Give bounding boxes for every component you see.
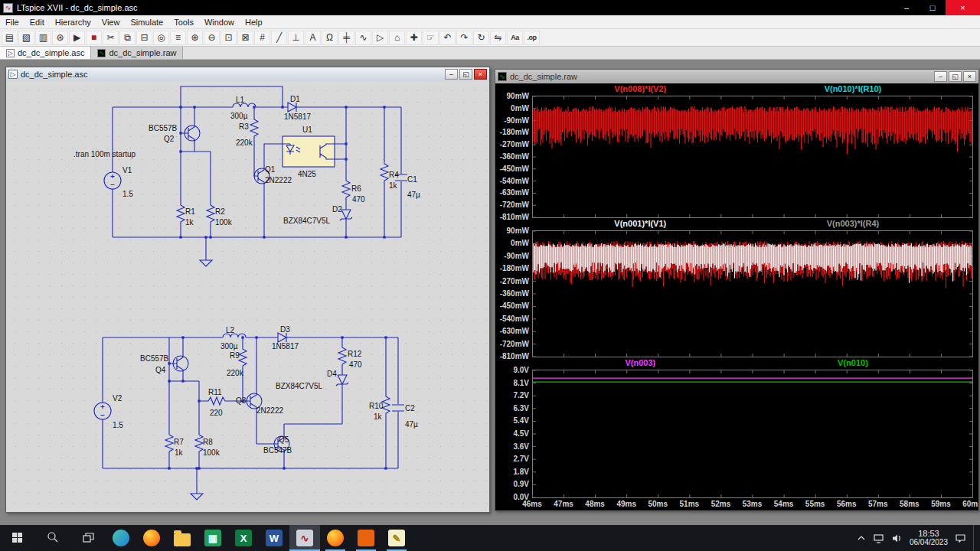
schematic-canvas[interactable]: L1300µD11N5817BC557BQ2R3220kU14N25V11.5Q… (6, 81, 489, 512)
app-minimize-button[interactable]: – (893, 0, 920, 15)
toolbar-grid[interactable]: # (254, 31, 270, 45)
component-label[interactable]: C1 (407, 175, 417, 184)
spice-directive-text[interactable]: .tran 100m startup (74, 150, 136, 158)
component-label[interactable]: 220 (210, 409, 223, 417)
toolbar-capacitor[interactable]: ╪ (338, 31, 354, 45)
start-button[interactable] (0, 525, 35, 551)
toolbar-find[interactable]: ◎ (153, 31, 169, 45)
component-label[interactable]: Q5 (279, 435, 289, 444)
component-label[interactable]: 1.5 (113, 421, 123, 429)
trace-label[interactable]: V(n010)*I(R10) (825, 84, 882, 93)
plot-canvas[interactable] (532, 370, 973, 498)
component-label[interactable]: L1 (236, 96, 244, 104)
component-label[interactable]: Q1 (265, 165, 275, 174)
toolbar-undo[interactable]: ↶ (439, 31, 456, 45)
toolbar-zoom-in[interactable]: ⊕ (187, 31, 203, 45)
waveform-restore-button[interactable]: ◱ (949, 71, 962, 82)
component-label[interactable]: D3 (280, 325, 290, 334)
waveform-window-titlebar[interactable]: ∿ dc_dc_simple.raw – ◱ × (495, 70, 978, 83)
toolbar-move[interactable]: ✚ (406, 31, 422, 45)
app-close-button[interactable]: × (946, 0, 980, 15)
taskbar-app-word[interactable]: W (259, 525, 289, 551)
plot-pane[interactable]: V(n003)V(n010)9.0V8.1V7.2V6.3V5.4V4.5V3.… (495, 357, 978, 498)
component-label[interactable]: Q4 (155, 366, 165, 374)
taskbar-app-firefox[interactable] (136, 525, 167, 551)
component-label[interactable]: 470 (349, 360, 362, 369)
toolbar-cut[interactable]: ✂ (103, 31, 119, 45)
component-label[interactable]: 1k (389, 181, 397, 190)
trace-label[interactable]: V(n003) (625, 358, 655, 367)
toolbar-resistor[interactable]: Ω (322, 31, 338, 45)
volume-icon[interactable] (891, 533, 903, 543)
component-label[interactable]: R9 (230, 351, 240, 360)
app-maximize-button[interactable]: □ (920, 0, 946, 15)
component-label[interactable]: BC557B (140, 354, 168, 363)
toolbar-ground[interactable]: ⊥ (288, 31, 304, 45)
component-label[interactable]: V1 (122, 166, 132, 174)
component-label[interactable]: Q3 (236, 396, 246, 405)
component-label[interactable]: BC557B (149, 124, 177, 132)
component-label[interactable]: 220k (236, 139, 253, 147)
trace-label[interactable]: V(n008)*I(V2) (614, 84, 666, 93)
menu-file[interactable]: File (0, 15, 24, 28)
trace-label[interactable]: V(n003)*I(R4) (827, 219, 879, 228)
plot-area[interactable]: 9.0V8.1V7.2V6.3V5.4V4.5V3.6V2.7V1.8V0.9V… (495, 370, 978, 498)
toolbar-paste[interactable]: ⊟ (136, 31, 152, 45)
plot-canvas[interactable] (532, 96, 973, 218)
component-label[interactable]: C2 (405, 404, 415, 412)
notification-center-icon[interactable] (955, 533, 966, 543)
toolbar-control-panel[interactable]: ⊛ (52, 31, 68, 45)
schematic-window-titlebar[interactable]: ▷ dc_dc_simple.asc – ◱ × (6, 67, 489, 81)
component-label[interactable]: 220k (227, 369, 243, 377)
plot-pane[interactable]: V(n001)*I(V1)V(n003)*I(R4)90mW0mW-90mW-1… (495, 218, 978, 357)
toolbar-drag[interactable]: ☞ (423, 31, 439, 45)
toolbar-zoom-out[interactable]: ⊖ (204, 31, 220, 45)
plot-area[interactable]: 90mW0mW-90mW-180mW-270mW-360mW-450mW-540… (495, 96, 978, 218)
component-label[interactable]: 100k (215, 218, 232, 227)
component-label[interactable]: 2N2222 (256, 406, 283, 415)
schematic-minimize-button[interactable]: – (445, 69, 458, 80)
taskbar-app-green-office-app[interactable]: ▦ (198, 525, 228, 551)
plot-canvas[interactable] (532, 230, 973, 357)
menu-tools[interactable]: Tools (168, 15, 199, 28)
component-label[interactable]: U1 (302, 126, 312, 134)
toolbar-zoom-area[interactable]: ⊡ (220, 31, 237, 45)
taskbar-app-orange-app[interactable] (351, 525, 381, 551)
schematic-restore-button[interactable]: ◱ (459, 69, 472, 80)
component-label[interactable]: 1k (185, 218, 194, 227)
plot-area[interactable]: 90mW0mW-90mW-180mW-270mW-360mW-450mW-540… (495, 230, 978, 357)
toolbar-component[interactable]: ⌂ (389, 31, 405, 45)
search-button[interactable] (35, 525, 70, 551)
taskbar-app-file-explorer[interactable] (167, 525, 198, 551)
component-label[interactable]: 1k (175, 448, 183, 457)
toolbar-open-file[interactable]: ▧ (18, 31, 34, 45)
component-label[interactable]: R12 (348, 350, 361, 358)
waveform-minimize-button[interactable]: – (934, 71, 947, 82)
toolbar-zoom-full[interactable]: ⊠ (237, 31, 253, 45)
component-label[interactable]: 47µ (405, 420, 418, 429)
menu-hierarchy[interactable]: Hierarchy (50, 15, 96, 28)
component-label[interactable]: 470 (352, 195, 365, 204)
component-label[interactable]: R2 (215, 207, 225, 216)
toolbar-wire[interactable]: ╱ (271, 31, 287, 45)
toolbar-rotate[interactable]: ↻ (473, 31, 489, 45)
hidden-icons-chevron[interactable] (857, 533, 866, 543)
toolbar-net-label[interactable]: A (305, 31, 321, 45)
network-icon[interactable] (873, 533, 884, 543)
component-label[interactable]: 1N5817 (272, 342, 299, 350)
schematic-close-button[interactable]: × (474, 69, 487, 80)
toolbar-halt-simulation[interactable]: ■ (86, 31, 102, 45)
toolbar-inductor[interactable]: ∿ (355, 31, 371, 45)
menu-help[interactable]: Help (240, 15, 268, 28)
component-label[interactable]: R3 (239, 122, 249, 131)
trace-label[interactable]: V(n001)*I(V1) (614, 219, 666, 228)
tab-waveform[interactable]: ∿dc_dc_simple.raw (91, 47, 183, 59)
component-label[interactable]: R1 (185, 207, 195, 216)
taskbar-app-edge[interactable] (106, 525, 136, 551)
component-label[interactable]: R11 (208, 388, 222, 396)
component-label[interactable]: D4 (327, 370, 337, 378)
component-label[interactable]: D2 (332, 205, 342, 214)
menu-window[interactable]: Window (199, 15, 240, 28)
component-label[interactable]: 300µ (230, 112, 247, 120)
component-label[interactable]: BZX84C7V5L (283, 217, 330, 225)
